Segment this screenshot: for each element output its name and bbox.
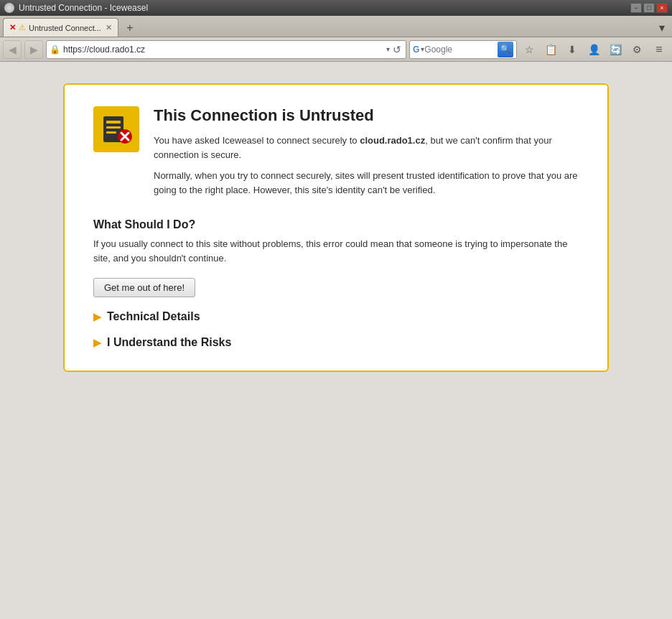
error-title-block: This Connection is Untrusted You have as… xyxy=(154,106,579,204)
app-icon xyxy=(4,3,14,13)
understand-risks-arrow: ▶ xyxy=(93,337,101,348)
bookmark-icon: ☆ xyxy=(525,44,534,55)
back-icon: ◀ xyxy=(9,44,17,55)
understand-risks-section[interactable]: ▶ I Understand the Risks xyxy=(93,336,579,349)
search-engine-icon: G xyxy=(413,45,419,55)
title-bar-left: Untrusted Connection - Iceweasel xyxy=(4,3,148,13)
tab-warning-icon: ⚠ xyxy=(19,23,26,32)
error-card: This Connection is Untrusted You have as… xyxy=(63,83,609,372)
search-button[interactable]: 🔍 xyxy=(498,42,513,57)
profile-button[interactable]: 👤 xyxy=(584,40,603,59)
error-title: This Connection is Untrusted xyxy=(154,106,579,125)
downloads-button[interactable]: ⬇ xyxy=(563,40,582,59)
developer-icon: ⚙ xyxy=(633,44,642,55)
understand-risks-label: I Understand the Risks xyxy=(107,336,231,349)
bookmark-button[interactable]: ☆ xyxy=(520,40,538,59)
technical-details-arrow: ▶ xyxy=(93,311,101,322)
search-icon: 🔍 xyxy=(500,45,510,54)
error-desc-prefix: You have asked Iceweasel to connect secu… xyxy=(154,135,360,146)
navigation-bar: ◀ ▶ 🔒 ▾ ↺ G ▾ 🔍 ☆ 📋 ⬇ 👤 🔄 ⚙ ≡ xyxy=(0,37,672,62)
downloads-icon: ⬇ xyxy=(568,44,577,55)
error-desc-3: If you usually connect to this site with… xyxy=(93,237,579,265)
maximize-button[interactable]: □ xyxy=(643,3,655,13)
history-button[interactable]: 📋 xyxy=(541,40,560,59)
sync-button[interactable]: 🔄 xyxy=(606,40,625,59)
title-bar: Untrusted Connection - Iceweasel − □ × xyxy=(0,0,672,16)
untrusted-connection-icon xyxy=(98,111,135,148)
address-input[interactable] xyxy=(63,45,385,55)
back-button[interactable]: ◀ xyxy=(3,40,22,59)
error-desc-1: You have asked Iceweasel to connect secu… xyxy=(154,134,579,162)
tab-bar: ✕ ⚠ Untrusted Connect... ✕ + ▾ xyxy=(0,16,672,37)
svg-rect-3 xyxy=(106,131,116,134)
window-controls: − □ × xyxy=(630,3,668,13)
developer-button[interactable]: ⚙ xyxy=(627,40,646,59)
error-icon-box xyxy=(93,106,139,152)
menu-button[interactable]: ≡ xyxy=(649,40,669,59)
what-should-i-do-title: What Should I Do? xyxy=(93,218,579,231)
refresh-button[interactable]: ↺ xyxy=(391,44,403,55)
tab-error-icon: ✕ xyxy=(9,23,16,32)
error-desc-2: Normally, when you try to connect secure… xyxy=(154,169,579,197)
browser-content: This Connection is Untrusted You have as… xyxy=(0,62,672,619)
lock-icon: 🔒 xyxy=(50,45,60,55)
sync-icon: 🔄 xyxy=(610,44,622,55)
minimize-button[interactable]: − xyxy=(630,3,642,13)
forward-icon: ▶ xyxy=(30,44,38,55)
history-icon: 📋 xyxy=(545,44,557,55)
error-domain: cloud.rado1.cz xyxy=(360,135,425,146)
tab-close-button[interactable]: ✕ xyxy=(106,23,112,32)
profile-icon: 👤 xyxy=(588,44,600,55)
window-title: Untrusted Connection - Iceweasel xyxy=(19,3,148,13)
tab-overflow-button[interactable]: ▾ xyxy=(655,18,669,37)
search-input[interactable] xyxy=(424,45,498,55)
new-tab-button[interactable]: + xyxy=(121,19,139,37)
tab-untrusted-connection[interactable]: ✕ ⚠ Untrusted Connect... ✕ xyxy=(3,18,118,37)
search-bar: G ▾ 🔍 xyxy=(409,40,517,59)
technical-details-label: Technical Details xyxy=(107,310,200,323)
technical-details-section[interactable]: ▶ Technical Details xyxy=(93,310,579,323)
error-header: This Connection is Untrusted You have as… xyxy=(93,106,579,204)
get-me-out-button[interactable]: Get me out of here! xyxy=(93,278,195,297)
address-dropdown-button[interactable]: ▾ xyxy=(385,45,391,53)
address-bar: 🔒 ▾ ↺ xyxy=(46,40,406,59)
svg-rect-2 xyxy=(106,126,121,129)
svg-rect-1 xyxy=(106,121,121,124)
close-button[interactable]: × xyxy=(656,3,668,13)
menu-icon: ≡ xyxy=(655,43,662,56)
tab-label: Untrusted Connect... xyxy=(29,24,101,32)
forward-button[interactable]: ▶ xyxy=(24,40,43,59)
